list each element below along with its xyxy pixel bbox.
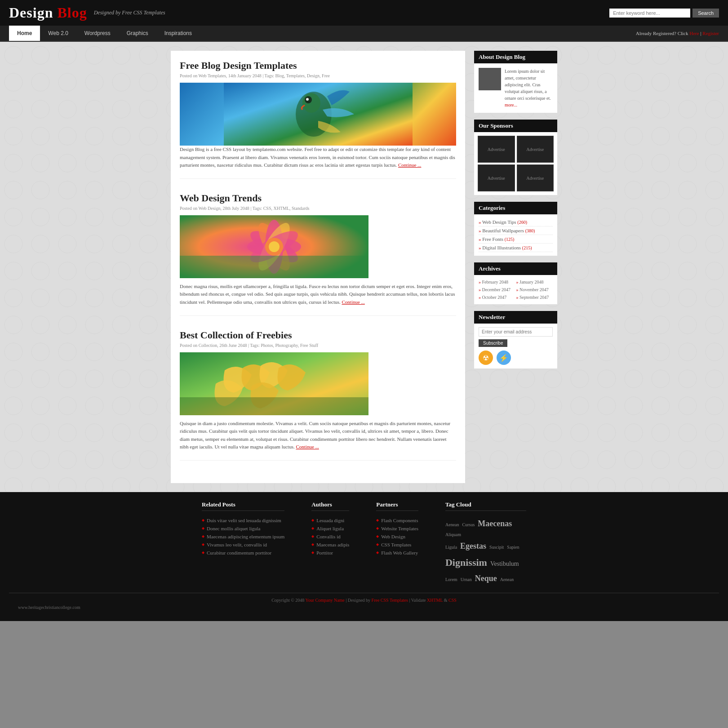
tag-suscipit[interactable]: Suscipit xyxy=(489,545,504,550)
company-name-link[interactable]: Your Company Name xyxy=(305,598,344,603)
rss-icon[interactable]: ☢ xyxy=(479,351,493,365)
author-3[interactable]: Convallis id xyxy=(311,533,349,541)
tag-ligula[interactable]: Ligula xyxy=(445,545,457,550)
nav-item-home[interactable]: Home xyxy=(9,26,40,41)
header: Design Blog Designed by Free CSS Templat… xyxy=(0,0,728,26)
nav-item-graphics[interactable]: Graphics xyxy=(119,26,156,41)
search-button[interactable]: Search xyxy=(692,9,719,18)
tag-cloud-title: Tag Cloud xyxy=(445,501,526,511)
here-link[interactable]: Here xyxy=(689,31,699,36)
post-2-image xyxy=(180,215,456,278)
svg-point-4 xyxy=(306,98,309,101)
nav-item-wordpress[interactable]: Wordpress xyxy=(76,26,119,41)
footer-columns: Related Posts Duis vitae velit sed lesua… xyxy=(9,501,719,593)
post-1: Free Blog Design Templates Posted on Web… xyxy=(180,60,456,179)
archive-jan-2048[interactable]: January 2048 xyxy=(516,279,553,285)
newsletter-button[interactable]: Subscribe xyxy=(479,339,507,347)
post-1-continue[interactable]: Continue ... xyxy=(398,162,421,168)
cat-item-1: Web Design Tips (260) xyxy=(479,218,553,226)
partner-flash-web-gallery[interactable]: Flash Web Gallery xyxy=(376,549,418,557)
about-content: Lorem ipsum dolor sit amet, consectetur … xyxy=(474,63,557,113)
related-post-1[interactable]: Duis vitae velit sed lesuada dignissim xyxy=(202,516,284,524)
post-3-text: Quisque in diam a justo condimentum mole… xyxy=(180,420,456,451)
post-2-meta: Posted on Web Design, 28th July 2048 | T… xyxy=(180,206,456,211)
tag-cursus[interactable]: Cursus xyxy=(462,522,475,527)
tag-maecenas[interactable]: Maecenas xyxy=(478,519,512,528)
authors-title: Authors xyxy=(311,501,349,511)
search-input[interactable] xyxy=(609,9,690,18)
author-1[interactable]: Lesuada digni xyxy=(311,516,349,524)
partner-website-templates[interactable]: Website Templates xyxy=(376,524,418,533)
nav-item-web20[interactable]: Web 2.0 xyxy=(40,26,76,41)
tag-dignissim[interactable]: Dignissim xyxy=(445,557,487,568)
tag-aenean[interactable]: Aenean xyxy=(445,522,459,527)
cat-item-4: Digital Illustrations (215) xyxy=(479,244,553,252)
tagline: Designed by Free CSS Templates xyxy=(94,9,165,16)
post-3: Best Collection of Freebies Posted on Co… xyxy=(180,329,456,461)
main-content: Free Blog Design Templates Posted on Web… xyxy=(171,51,465,483)
archive-feb-2048[interactable]: February 2048 xyxy=(479,279,515,285)
footer-bottom: Copyright © 2048 Your Company Name | Des… xyxy=(9,593,719,603)
sponsor-4[interactable]: Advertise xyxy=(517,164,554,191)
newsletter-content: Subscribe ☢ ⚡ xyxy=(474,324,557,368)
sponsor-1[interactable]: Advertise xyxy=(478,136,515,163)
post-2: Web Design Trends Posted on Web Design, … xyxy=(180,192,456,316)
footer-related-posts: Related Posts Duis vitae velit sed lesua… xyxy=(202,501,284,586)
archive-oct-2047[interactable]: October 2047 xyxy=(479,294,515,301)
archive-nov-2047[interactable]: November 2047 xyxy=(516,286,553,293)
partner-flash-components[interactable]: Flash Components xyxy=(376,516,418,524)
post-3-continue[interactable]: Continue ... xyxy=(296,444,319,449)
tag-vestibulum[interactable]: Vestibulum xyxy=(490,560,519,567)
author-2[interactable]: Aliquet ligula xyxy=(311,524,349,533)
css-templates-link[interactable]: Free CSS Templates xyxy=(372,598,408,603)
newsletter-title: Newsletter xyxy=(474,311,557,324)
about-title: About Design Blog xyxy=(474,51,557,63)
tag-urnan[interactable]: Urnan xyxy=(461,577,472,582)
post-2-continue[interactable]: Continue ... xyxy=(342,299,365,305)
sponsor-2[interactable]: Advertise xyxy=(517,136,554,163)
related-post-4[interactable]: Vivamus leo velit, convallis id xyxy=(202,541,284,549)
cat-item-3: Free Fonts (125) xyxy=(479,235,553,244)
body-wrap: Free Blog Design Templates Posted on Web… xyxy=(0,42,728,492)
tag-sapien[interactable]: Sapien xyxy=(507,545,519,550)
nav: Home Web 2.0 Wordpress Graphics Inspirat… xyxy=(0,26,728,42)
copyright-text: Copyright © 2048 Your Company Name | Des… xyxy=(271,598,457,603)
tag-aliquam[interactable]: Aliquam xyxy=(445,532,461,537)
svg-point-13 xyxy=(269,241,280,252)
cat-item-2: Beautiful Wallpapers (380) xyxy=(479,226,553,235)
related-post-3[interactable]: Maecenas adipiscing elementum ipsum xyxy=(202,533,284,541)
sidebar-newsletter: Newsletter Subscribe ☢ ⚡ xyxy=(474,311,557,368)
bottom-url: www.heritagechristiancollege.com xyxy=(9,603,719,612)
post-2-title: Web Design Trends xyxy=(180,192,456,204)
post-3-meta: Posted on Collection, 26th June 2048 | T… xyxy=(180,343,456,348)
about-more-link[interactable]: more... xyxy=(505,102,517,107)
sponsor-3[interactable]: Advertise xyxy=(478,164,515,191)
archive-sep-2047[interactable]: September 2047 xyxy=(516,294,553,301)
twitter-icon[interactable]: ⚡ xyxy=(497,351,511,365)
tag-neque[interactable]: Neque xyxy=(475,574,497,583)
tag-cloud-content: Aenean Cursus Maecenas Aliquam Ligula Eg… xyxy=(445,516,526,586)
related-post-5[interactable]: Curabitur condimentum porttitor xyxy=(202,549,284,557)
tag-lorem[interactable]: Lorem xyxy=(445,577,457,582)
svg-rect-16 xyxy=(180,397,368,415)
author-4[interactable]: Maecenas adipis xyxy=(311,541,349,549)
nav-item-inspirations[interactable]: Inspirations xyxy=(156,26,200,41)
partner-web-design[interactable]: Web Design xyxy=(376,533,418,541)
footer: Related Posts Duis vitae velit sed lesua… xyxy=(0,492,728,621)
about-text: Lorem ipsum dolor sit amet, consectetur … xyxy=(505,68,553,108)
svg-rect-14 xyxy=(180,256,368,278)
tag-aenean2[interactable]: Aenean xyxy=(500,577,514,582)
post-1-title: Free Blog Design Templates xyxy=(180,60,456,71)
sidebar-sponsors: Our Sponsors Advertise Advertise Adverti… xyxy=(474,120,557,195)
css-link[interactable]: CSS xyxy=(448,598,457,603)
partner-css-templates[interactable]: CSS Templates xyxy=(376,541,418,549)
post-1-meta: Posted on Web Templates, 14th January 20… xyxy=(180,73,456,78)
author-5[interactable]: Porttitor xyxy=(311,549,349,557)
tag-egestas[interactable]: Egestas xyxy=(460,542,486,550)
newsletter-input[interactable] xyxy=(479,327,553,337)
register-link[interactable]: Register xyxy=(702,31,719,36)
xhtml-link[interactable]: XHTML xyxy=(427,598,443,603)
archive-dec-2047[interactable]: December 2047 xyxy=(479,286,515,293)
post-1-text: Design Blog is a free CSS layout by temp… xyxy=(180,146,456,169)
related-post-2[interactable]: Donec mollis aliquet ligula xyxy=(202,524,284,533)
